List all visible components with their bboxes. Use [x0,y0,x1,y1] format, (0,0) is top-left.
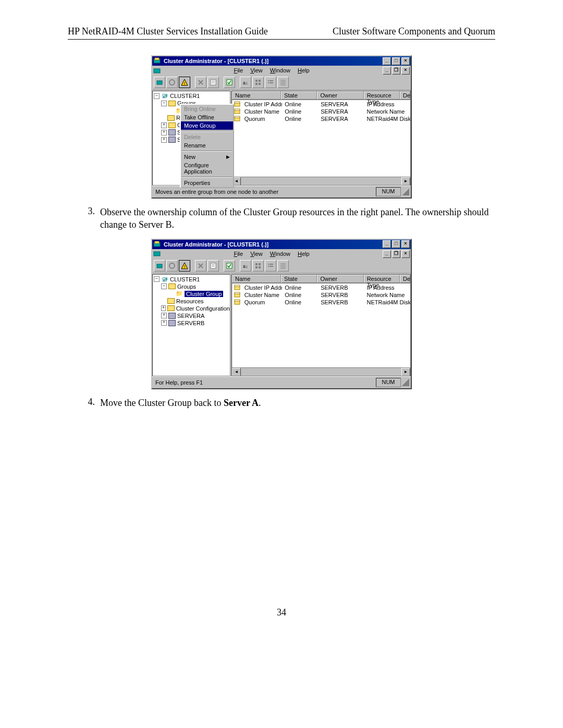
menu-window[interactable]: Window [267,67,293,74]
svg-rect-37 [211,263,216,268]
folder-icon [168,100,176,106]
svg-text:a↓: a↓ [243,264,248,269]
minimize-button[interactable]: _ [383,240,391,248]
col-owner[interactable]: Owner [317,275,363,283]
toolbar-btn-1[interactable] [154,260,165,272]
tree-servera[interactable]: SERVERA [177,313,204,319]
ctx-take-offline[interactable]: Take Offline [181,113,233,121]
ctx-new[interactable]: New▶ [181,153,233,161]
menu-view[interactable]: View [247,250,266,257]
list-pane[interactable]: Name State Owner Resource Type Des Clust… [231,274,411,376]
col-description[interactable]: Des [400,91,410,100]
resize-grip-icon[interactable] [402,188,409,195]
tree-cluster-configuration[interactable]: Cluster Configuration [176,305,230,312]
toolbar-list-icons[interactable] [265,77,276,88]
tree-root[interactable]: CLUSTER1 [170,93,200,99]
list-row[interactable]: QuorumOnlineSERVERANETRaid4M Disk... [232,115,410,122]
toolbar-delete-icon[interactable] [195,260,206,272]
horizontal-scrollbar[interactable]: ◄ ► [232,367,410,376]
menu-help[interactable]: Help [295,250,313,257]
col-name[interactable]: Name [232,275,281,283]
tree-cluster-group-selected[interactable]: Cluster Group [185,291,223,297]
toolbar-properties-icon[interactable] [207,260,219,272]
resource-icon [234,285,241,291]
list-header[interactable]: Name State Owner Resource Type Des [232,275,410,283]
menu-view[interactable]: View [247,67,266,74]
child-close-button[interactable]: × [401,67,410,75]
tree-root[interactable]: CLUSTER1 [170,276,200,282]
tree-pane[interactable]: −🖳CLUSTER1 −Groups 📁Cluster Group Re +Cl… [152,91,230,186]
toolbar-delete-icon[interactable] [195,77,206,88]
svg-rect-29 [235,116,240,118]
toolbar-btn-6[interactable] [224,77,235,88]
list-row[interactable]: Cluster NameOnlineSERVERANetwork Name [232,108,410,115]
tree-groups[interactable]: Groups [177,283,196,290]
svg-text:!: ! [184,264,186,269]
toolbar-btn-2[interactable] [166,260,178,272]
child-restore-button[interactable]: ❐ [392,67,400,75]
toolbar-large-icons[interactable] [252,260,264,272]
toolbar-btn-7[interactable]: a↓ [240,77,251,88]
child-restore-button[interactable]: ❐ [392,250,400,258]
scroll-left-button[interactable]: ◄ [232,368,241,376]
svg-rect-10 [227,80,232,85]
toolbar-btn-6[interactable] [224,260,235,272]
col-description[interactable]: Des [400,275,410,283]
ctx-configure-application[interactable]: Configure Application [181,161,233,176]
menu-help[interactable]: Help [295,67,313,74]
col-state[interactable]: State [281,91,317,100]
maximize-button[interactable]: □ [392,240,400,248]
toolbar-details-icons[interactable] [277,77,289,88]
child-minimize-button[interactable]: _ [383,67,391,75]
toolbar-large-icons[interactable] [252,77,264,88]
list-pane[interactable]: Name State Owner Resource Type Des Clust… [231,91,411,186]
cell-state: Online [282,108,318,115]
toolbar-btn-1[interactable] [154,77,165,88]
svg-rect-48 [268,266,269,267]
tree-serverb[interactable]: SERVERB [177,320,204,326]
scroll-right-button[interactable]: ► [401,368,410,376]
toolbar-btn-2[interactable] [166,77,178,88]
ctx-move-group[interactable]: Move Group [181,121,233,130]
list-row[interactable]: Cluster IP AddressOnlineSERVERAIP Addres… [232,101,410,108]
toolbar-properties-icon[interactable] [207,77,219,88]
menu-window[interactable]: Window [267,250,293,257]
toolbar-btn-3[interactable]: ! [179,260,190,272]
close-button[interactable]: × [401,240,410,248]
cluster-admin-window-1: Cluster Administrator - [CLUSTER1 (.)] _… [151,55,412,199]
list-header[interactable]: Name State Owner Resource Type Des [232,91,410,100]
folder-icon [167,305,175,312]
child-app-icon [153,250,161,257]
col-resource-type[interactable]: Resource Type [364,275,400,283]
maximize-button[interactable]: □ [392,57,400,65]
menu-file[interactable]: File [230,67,246,74]
toolbar-btn-7[interactable]: a↓ [240,260,251,272]
child-close-button[interactable]: × [401,250,410,258]
minimize-button[interactable]: _ [383,57,391,65]
tree-pane[interactable]: −🖳CLUSTER1 −Groups 📁Cluster Group Resour… [152,274,230,376]
resize-grip-icon[interactable] [402,379,409,386]
menu-file[interactable]: File [230,250,246,257]
list-row[interactable]: Cluster IP AddressOnlineSERVERBIP Addres… [232,284,410,291]
ctx-rename[interactable]: Rename [181,141,233,150]
child-minimize-button[interactable]: _ [383,250,391,258]
server-icon [168,320,176,326]
tree-resources[interactable]: Resources [176,298,204,304]
scroll-right-button[interactable]: ► [401,177,410,186]
titlebar[interactable]: Cluster Administrator - [CLUSTER1 (.)] _… [152,56,411,66]
toolbar-btn-3[interactable]: ! [179,77,190,88]
toolbar-list-icons[interactable] [265,260,276,272]
toolbar-details-icons[interactable] [277,260,289,272]
horizontal-scrollbar[interactable]: ◄ ► [232,177,410,185]
ctx-properties[interactable]: Properties [181,179,233,187]
col-resource-type[interactable]: Resource Type [364,91,400,100]
list-row[interactable]: Cluster NameOnlineSERVERBNetwork Name [232,291,410,299]
close-button[interactable]: × [401,57,410,65]
col-owner[interactable]: Owner [317,91,363,100]
col-state[interactable]: State [281,275,317,283]
titlebar[interactable]: Cluster Administrator - [CLUSTER1 (.)] _… [152,240,411,249]
ctx-bring-online: Bring Online [181,105,233,113]
list-row[interactable]: QuorumOnlineSERVERBNETRaid4M Disk... [232,299,410,306]
col-name[interactable]: Name [232,91,281,100]
svg-rect-18 [268,82,269,83]
